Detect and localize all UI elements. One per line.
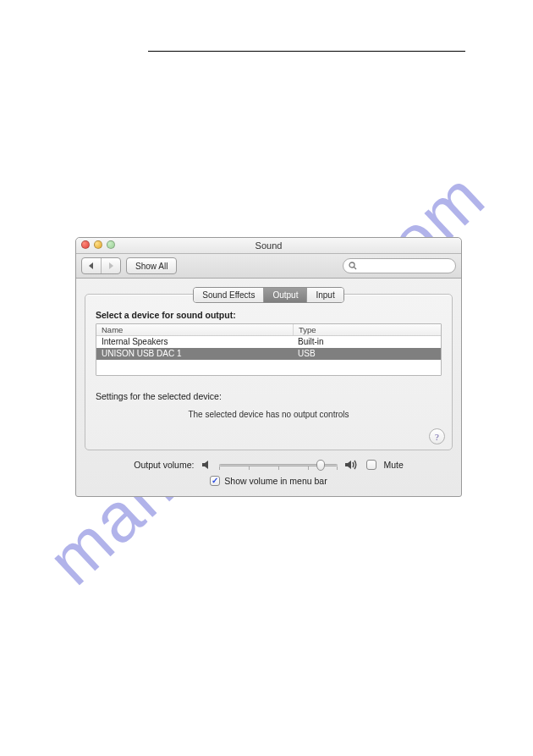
- close-icon[interactable]: [81, 240, 90, 249]
- tab-output[interactable]: Output: [263, 288, 306, 302]
- device-list-header: Name Type: [96, 324, 441, 336]
- device-type: Built-in: [293, 336, 441, 348]
- device-type: USB: [293, 348, 441, 360]
- mute-label: Mute: [383, 460, 403, 470]
- back-button[interactable]: [82, 258, 101, 273]
- no-output-controls-text: The selected device has no output contro…: [96, 410, 442, 419]
- help-button[interactable]: ?: [429, 428, 445, 444]
- search-input[interactable]: [343, 258, 456, 273]
- tab-control: Sound Effects Output Input: [85, 287, 453, 301]
- mute-checkbox[interactable]: [366, 460, 376, 470]
- device-name: Internal Speakers: [96, 336, 293, 348]
- toolbar: Show All: [76, 254, 461, 279]
- zoom-icon[interactable]: [107, 240, 115, 249]
- table-row[interactable]: UNISON USB DAC 1 USB: [96, 348, 441, 360]
- output-volume-row: Output volume: Mute: [85, 459, 453, 471]
- forward-button[interactable]: [101, 258, 120, 273]
- show-volume-label: Show volume in menu bar: [224, 476, 327, 486]
- tab-input[interactable]: Input: [306, 288, 343, 302]
- column-type[interactable]: Type: [294, 324, 441, 335]
- tab-sound-effects[interactable]: Sound Effects: [194, 288, 263, 302]
- traffic-lights: [81, 240, 115, 249]
- svg-line-1: [354, 268, 357, 270]
- window-titlebar[interactable]: Sound: [76, 238, 461, 254]
- settings-label: Settings for the selected device:: [96, 391, 442, 401]
- show-all-label: Show All: [135, 262, 168, 271]
- svg-point-0: [349, 262, 354, 268]
- show-volume-checkbox[interactable]: [210, 476, 220, 486]
- column-name[interactable]: Name: [96, 324, 294, 335]
- select-device-label: Select a device for sound output:: [96, 310, 442, 320]
- device-list[interactable]: Name Type Internal Speakers Built-in UNI…: [96, 323, 442, 376]
- output-panel: Select a device for sound output: Name T…: [85, 294, 453, 450]
- speaker-low-icon: [201, 459, 212, 471]
- output-volume-label: Output volume:: [134, 460, 194, 470]
- speaker-high-icon: [344, 459, 360, 471]
- show-volume-row: Show volume in menu bar: [85, 476, 453, 486]
- table-row[interactable]: Internal Speakers Built-in: [96, 336, 441, 348]
- header-rule: [148, 51, 465, 52]
- device-name: UNISON USB DAC 1: [96, 348, 293, 360]
- show-all-button[interactable]: Show All: [126, 257, 177, 274]
- sound-preferences-window: Sound Show All Sound Effects Output: [75, 237, 462, 497]
- minimize-icon[interactable]: [94, 240, 102, 249]
- window-title: Sound: [256, 240, 283, 251]
- nav-back-forward: [81, 257, 121, 274]
- search-icon: [349, 262, 357, 270]
- output-volume-slider[interactable]: [219, 459, 338, 471]
